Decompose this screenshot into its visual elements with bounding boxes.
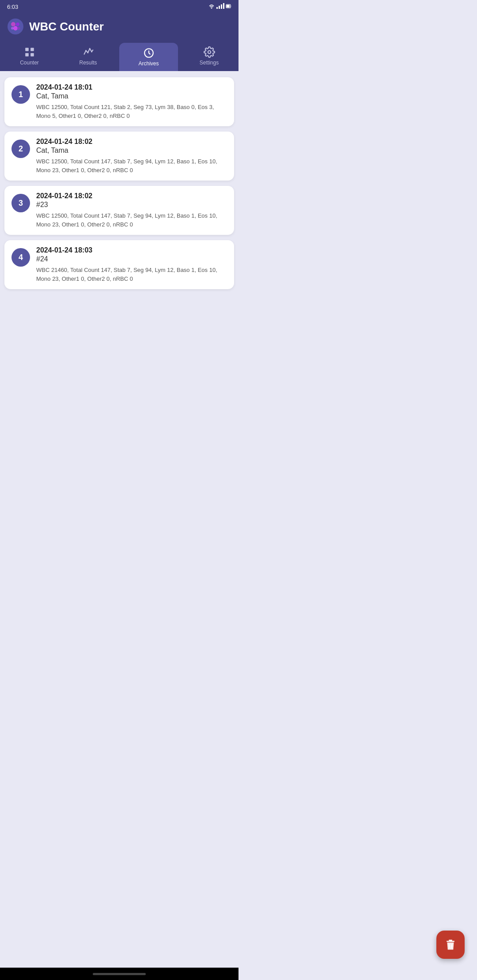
- svg-rect-15: [25, 53, 29, 57]
- svg-point-8: [11, 22, 15, 26]
- gear-icon: [204, 46, 215, 58]
- tab-settings-label: Settings: [200, 60, 219, 66]
- tab-counter[interactable]: Counter: [0, 41, 59, 71]
- svg-rect-3: [221, 4, 222, 9]
- archive-badge-4: 4: [11, 248, 30, 267]
- tab-archives[interactable]: Archives: [119, 43, 178, 71]
- archive-name-4: #24: [36, 255, 227, 263]
- archive-badge-1: 1: [11, 85, 30, 104]
- svg-point-22: [208, 51, 211, 54]
- archive-info-4: 2024-01-24 18:03 #24 WBC 21460, Total Co…: [36, 246, 227, 283]
- tab-archives-label: Archives: [138, 60, 159, 67]
- tab-results[interactable]: Results: [59, 41, 117, 71]
- svg-point-19: [89, 48, 90, 49]
- archive-details-1: WBC 12500, Total Count 121, Stab 2, Seg …: [36, 103, 227, 120]
- archive-timestamp-3: 2024-01-24 18:02: [36, 192, 227, 200]
- svg-point-17: [85, 50, 86, 51]
- svg-point-9: [16, 23, 19, 26]
- svg-point-11: [11, 27, 14, 30]
- status-time: 6:03: [7, 4, 18, 10]
- app-logo: [7, 18, 24, 35]
- archive-details-3: WBC 12500, Total Count 147, Stab 7, Seg …: [36, 211, 227, 229]
- svg-rect-6: [227, 5, 230, 8]
- svg-point-12: [17, 27, 20, 30]
- tab-settings[interactable]: Settings: [180, 41, 238, 71]
- history-icon: [143, 47, 155, 59]
- chart-icon: [83, 46, 94, 58]
- archive-card-4[interactable]: 4 2024-01-24 18:03 #24 WBC 21460, Total …: [4, 240, 234, 289]
- status-bar: 6:03: [0, 0, 238, 14]
- archive-name-2: Cat, Tama: [36, 147, 227, 155]
- grid-icon: [24, 46, 35, 58]
- archive-name-3: #23: [36, 201, 227, 209]
- svg-point-0: [211, 8, 212, 9]
- archive-name-1: Cat, Tama: [36, 92, 227, 100]
- archive-info-3: 2024-01-24 18:02 #23 WBC 12500, Total Co…: [36, 192, 227, 229]
- svg-rect-13: [25, 48, 29, 51]
- tab-counter-label: Counter: [20, 60, 39, 66]
- svg-rect-1: [216, 7, 218, 9]
- svg-rect-2: [219, 6, 220, 9]
- archive-card-2[interactable]: 2 2024-01-24 18:02 Cat, Tama WBC 12500, …: [4, 132, 234, 181]
- svg-point-20: [91, 51, 92, 52]
- archive-badge-3: 3: [11, 194, 30, 212]
- archive-info-1: 2024-01-24 18:01 Cat, Tama WBC 12500, To…: [36, 83, 227, 120]
- archive-details-2: WBC 12500, Total Count 147, Stab 7, Seg …: [36, 157, 227, 174]
- nav-tabs: Counter Results Archives Settings: [0, 41, 238, 71]
- tab-results-label: Results: [79, 60, 97, 66]
- archive-timestamp-4: 2024-01-24 18:03: [36, 246, 227, 254]
- archive-timestamp-2: 2024-01-24 18:02: [36, 138, 227, 146]
- archive-details-4: WBC 21460, Total Count 147, Stab 7, Seg …: [36, 266, 227, 283]
- archives-content: 1 2024-01-24 18:01 Cat, Tama WBC 12500, …: [0, 71, 238, 333]
- svg-rect-16: [30, 53, 34, 57]
- svg-point-18: [87, 52, 88, 53]
- svg-rect-4: [223, 3, 224, 9]
- status-icons: [208, 3, 231, 11]
- archive-info-2: 2024-01-24 18:02 Cat, Tama WBC 12500, To…: [36, 138, 227, 174]
- archive-card-3[interactable]: 3 2024-01-24 18:02 #23 WBC 12500, Total …: [4, 186, 234, 235]
- app-header: WBC Counter: [0, 14, 238, 41]
- app-title: WBC Counter: [29, 20, 104, 34]
- archive-card-1[interactable]: 1 2024-01-24 18:01 Cat, Tama WBC 12500, …: [4, 77, 234, 126]
- svg-rect-14: [30, 48, 34, 51]
- archive-badge-2: 2: [11, 139, 30, 158]
- archive-timestamp-1: 2024-01-24 18:01: [36, 83, 227, 91]
